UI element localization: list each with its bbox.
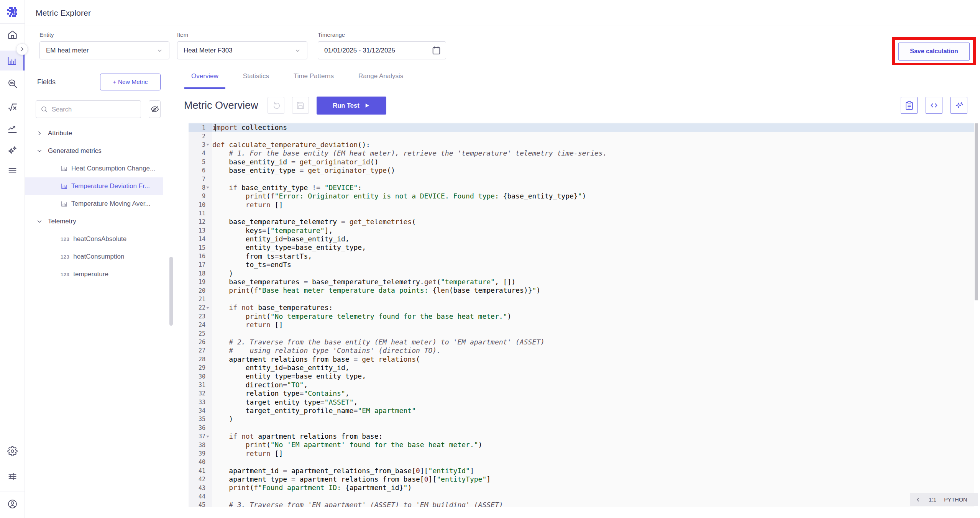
timerange-label: Timerange [318, 31, 446, 38]
sidebar-item-home[interactable] [0, 25, 25, 44]
item-select[interactable]: Heat Meter F303 [177, 41, 307, 59]
line-number[interactable]: 37 [189, 432, 212, 441]
code-line-14: entity_id=base_entity_id, [212, 235, 974, 243]
run-test-button[interactable]: Run Test [317, 97, 386, 115]
entity-value: EM heat meter [46, 47, 157, 54]
line-number: 14 [189, 235, 212, 243]
code-line-19: base_temperatures = base_temperature_tel… [212, 278, 974, 286]
code-view-button[interactable] [926, 97, 942, 114]
code-line-33: target_entity_type="ASSET", [212, 398, 974, 407]
tab-overview[interactable]: Overview [184, 65, 225, 89]
code-line-3: def calculate_temperature_deviation(): [212, 141, 974, 149]
sidebar-item-account[interactable] [0, 494, 25, 514]
sidebar-expand-button[interactable] [16, 43, 28, 55]
run-test-label: Run Test [333, 102, 359, 109]
tab-time-patterns[interactable]: Time Patterns [287, 65, 341, 89]
statusbar-collapse-button[interactable] [915, 497, 921, 503]
line-number: 44 [189, 492, 212, 501]
tree-label: Heat Consumption Change... [71, 165, 155, 172]
refresh-button[interactable] [268, 97, 284, 114]
code-editor[interactable]: 1234567891011121314151617181920212223242… [189, 123, 978, 507]
line-number: 16 [189, 252, 212, 261]
code-line-5: base_entity_id = get_originator_id() [212, 158, 974, 166]
numeric-123-icon: 123 [61, 236, 69, 242]
sidebar-item-settings[interactable] [0, 441, 25, 461]
app-window: Metric Explorer Entity EM heat meter Ite… [0, 0, 980, 518]
fields-panel-scrollbar[interactable] [169, 257, 173, 326]
tab-range-analysis[interactable]: Range Analysis [351, 65, 410, 89]
search-input[interactable] [52, 106, 136, 113]
code-line-9: print(f"Error: Originator entity is not … [212, 192, 974, 200]
bar-chart-icon [61, 165, 67, 172]
line-number: 9 [189, 192, 212, 200]
sidebar-item-explore[interactable] [0, 74, 25, 93]
toggle-hidden-button[interactable] [149, 100, 161, 118]
line-number: 19 [189, 278, 212, 286]
sidebar-item-menu[interactable] [0, 161, 25, 180]
tree-item-heatconsumption[interactable]: 123heatConsumption [25, 248, 163, 266]
new-metric-button[interactable]: + New Metric [100, 74, 161, 90]
line-number[interactable]: 22 [189, 303, 212, 312]
tab-bar: OverviewStatisticsTime PatternsRange Ana… [183, 65, 980, 89]
rail-divider-bottom [0, 492, 25, 492]
user-icon [7, 499, 18, 509]
line-number: 41 [189, 467, 212, 475]
line-number: 32 [189, 389, 212, 398]
timerange-input[interactable]: 01/01/2025 - 31/12/2025 [318, 41, 446, 59]
line-number: 40 [189, 458, 212, 466]
code-line-36 [212, 424, 974, 432]
tree-label: Attribute [48, 130, 72, 137]
editor-code-area[interactable]: import collections def calculate_tempera… [212, 123, 974, 507]
metric-overview-toolbar: Metric Overview Run Test [183, 89, 980, 122]
sidebar-item-preferences[interactable] [0, 466, 25, 486]
editor-scrollbar-thumb[interactable] [975, 123, 978, 300]
code-line-35: ) [212, 415, 974, 423]
code-line-7 [212, 175, 974, 183]
text-cursor [215, 124, 216, 131]
save-calculation-button[interactable]: Save calculation [898, 43, 970, 61]
code-line-11 [212, 209, 974, 218]
code-line-34: target_entity_profile_name="EM apartment… [212, 407, 974, 415]
tree-item-heatconsabsolute[interactable]: 123heatConsAbsolute [25, 230, 163, 248]
line-number: 17 [189, 261, 212, 269]
code-line-40 [212, 458, 974, 466]
code-line-8: if base_entity_type != "DEVICE": [212, 184, 974, 192]
entity-select[interactable]: EM heat meter [39, 41, 169, 59]
code-line-29: entity_id=base_entity_id, [212, 364, 974, 372]
tree-item-heat-consumption-change[interactable]: Heat Consumption Change... [25, 160, 163, 177]
numeric-123-icon: 123 [61, 254, 69, 260]
sidebar-item-formulas[interactable] [0, 97, 25, 117]
line-number[interactable]: 8 [189, 184, 212, 192]
line-number: 13 [189, 226, 212, 235]
fields-tree: AttributeGenerated metricsHeat Consumpti… [25, 125, 183, 283]
item-value: Heat Meter F303 [184, 47, 295, 54]
tree-item-temperature[interactable]: 123temperature [25, 266, 163, 283]
code-line-39: return [] [212, 449, 974, 458]
editor-scrollbar[interactable] [974, 123, 978, 507]
tree-label: Telemetry [48, 218, 76, 225]
ai-assist-button[interactable] [950, 97, 967, 114]
tab-statistics[interactable]: Statistics [236, 65, 276, 89]
line-number: 34 [189, 407, 212, 415]
bar-chart-icon [61, 200, 67, 207]
bar-chart-icon [7, 56, 17, 66]
copy-button[interactable] [901, 97, 918, 114]
tree-item-temperature-moving-aver[interactable]: Temperature Moving Aver... [25, 195, 163, 213]
tree-section-generated-metrics[interactable]: Generated metrics [25, 142, 163, 160]
search-wave-icon [7, 79, 18, 89]
line-number: 27 [189, 346, 212, 355]
tree-section-telemetry[interactable]: Telemetry [25, 213, 163, 230]
tree-section-attribute[interactable]: Attribute [25, 125, 163, 142]
eye-off-icon [150, 105, 159, 114]
bar-chart-icon [61, 183, 67, 190]
app-logo [0, 0, 25, 24]
line-number[interactable]: 3 [189, 141, 212, 149]
save-draft-button[interactable] [292, 97, 309, 114]
line-number: 18 [189, 269, 212, 278]
sidebar-item-trends[interactable] [0, 119, 25, 139]
tree-item-temperature-deviation-fr[interactable]: Temperature Deviation Fr... [25, 177, 163, 195]
tree-label: Temperature Moving Aver... [71, 200, 151, 208]
code-line-10: return [] [212, 201, 974, 209]
filter-bar: Entity EM heat meter Item Heat Meter F30… [25, 26, 980, 65]
sidebar-item-ai[interactable] [0, 140, 25, 160]
